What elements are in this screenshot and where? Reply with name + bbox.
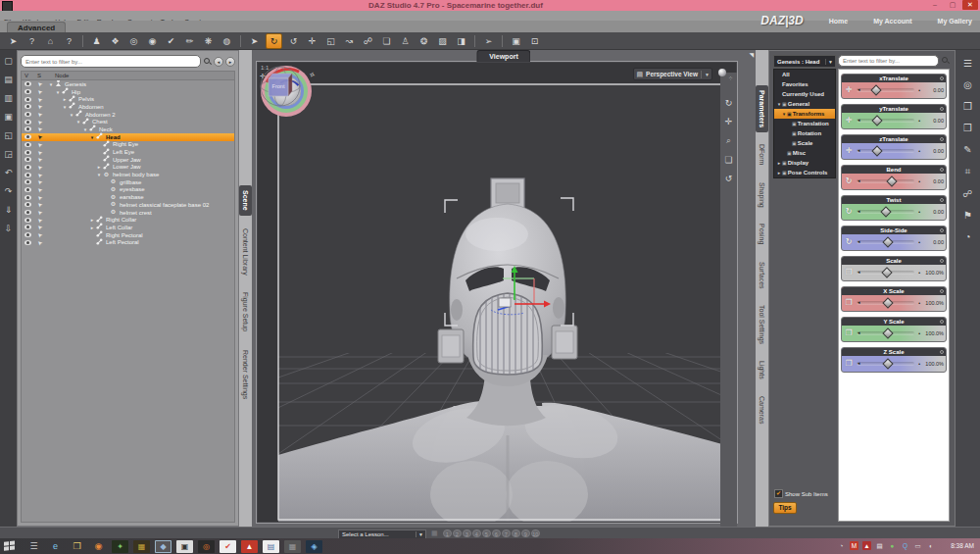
save-icon[interactable]: ▣ bbox=[4, 112, 13, 122]
lighting-preview-icon[interactable] bbox=[718, 69, 726, 76]
slider-thumb[interactable] bbox=[882, 297, 893, 308]
slider-value[interactable]: 0.00 bbox=[921, 148, 944, 154]
slider-thumb[interactable] bbox=[882, 327, 893, 338]
minimize-button[interactable]: – bbox=[927, 0, 943, 10]
visibility-eye-icon[interactable] bbox=[24, 157, 31, 162]
orange-app-icon[interactable]: ◎ bbox=[198, 540, 215, 553]
help-icon[interactable]: ? bbox=[24, 34, 39, 48]
slider-value[interactable]: 0.00 bbox=[921, 118, 944, 124]
slider-twist[interactable]: Twist↻◂•0.00 bbox=[841, 195, 947, 221]
next-filter-button[interactable]: ▸ bbox=[225, 57, 235, 67]
visibility-eye-icon[interactable] bbox=[24, 210, 31, 215]
tab-dform[interactable]: DForm bbox=[756, 139, 768, 170]
camera-settings-icon[interactable]: ⊡ bbox=[527, 34, 542, 48]
slider-side-side[interactable]: Side-Side↻◂•0.00 bbox=[841, 226, 947, 251]
slider-thumb[interactable] bbox=[880, 206, 891, 217]
viewport-tools-handle[interactable]: ⁘ bbox=[728, 75, 733, 81]
visibility-eye-icon[interactable] bbox=[24, 134, 31, 139]
pane-pin-icon[interactable]: ◥ bbox=[749, 51, 754, 58]
slider-xtranslate[interactable]: xTranslate✛◂•0.00 bbox=[841, 74, 947, 99]
brand-link-home[interactable]: Home bbox=[829, 18, 848, 25]
selection-pointer-icon[interactable]: ➤ bbox=[35, 237, 46, 248]
lesson-number-3[interactable]: 3 bbox=[463, 529, 471, 538]
tree-node-right-collar[interactable]: ➤▸Right Collar bbox=[22, 216, 234, 224]
edit-icon[interactable]: ✎ bbox=[963, 144, 971, 155]
scene-filter-input[interactable] bbox=[21, 55, 201, 68]
doc-tray-icon[interactable]: ▤ bbox=[875, 541, 884, 550]
visibility-eye-icon[interactable] bbox=[24, 187, 31, 192]
tree-node-abdomen[interactable]: ➤▾Abdomen bbox=[22, 103, 234, 111]
tree-node-lower-jaw[interactable]: ➤▸Lower Jaw bbox=[22, 164, 234, 172]
export-icon[interactable]: ◲ bbox=[4, 149, 13, 159]
tree-node-grillbase[interactable]: ➤⚙grillbase bbox=[22, 178, 234, 186]
view-selector[interactable]: ▤ Perspective View ▼ bbox=[633, 68, 712, 80]
slider-settings-icon[interactable] bbox=[940, 107, 944, 111]
params-filter-input[interactable] bbox=[838, 55, 939, 67]
import-icon[interactable]: ◱ bbox=[4, 130, 13, 140]
bone-tool-icon[interactable]: ☍ bbox=[361, 34, 375, 48]
duplicate-icon[interactable]: ❐ bbox=[963, 101, 972, 112]
context-help-icon[interactable]: ➤ bbox=[6, 34, 21, 48]
lesson-number-10[interactable]: 10 bbox=[531, 529, 540, 538]
reset-view-icon[interactable]: ↺ bbox=[725, 174, 733, 183]
render-camera-icon[interactable]: ▣ bbox=[509, 34, 523, 48]
tips-button[interactable]: Tips bbox=[773, 502, 797, 514]
paint-icon[interactable]: ✏ bbox=[182, 34, 197, 48]
slider-bend[interactable]: Bend↻◂•0.00 bbox=[841, 165, 947, 190]
help-pointer-icon[interactable]: ➢ bbox=[481, 34, 496, 48]
lesson-number-9[interactable]: 9 bbox=[521, 529, 530, 538]
slider-value[interactable]: 0.00 bbox=[921, 209, 944, 215]
record-icon[interactable]: ◎ bbox=[963, 79, 972, 90]
group-rotation[interactable]: ▣Rotation bbox=[774, 128, 835, 138]
group-misc[interactable]: ▣Misc bbox=[774, 148, 835, 158]
tree-node-eyesbase[interactable]: ➤⚙eyesbase bbox=[22, 186, 234, 194]
show-sub-items[interactable]: ✔ Show Sub Items bbox=[774, 489, 828, 498]
node-icon[interactable]: ◎ bbox=[126, 34, 141, 48]
open-file-icon[interactable]: ▤ bbox=[4, 75, 13, 84]
slider-value[interactable]: 100.0% bbox=[921, 330, 944, 336]
tree-node-head[interactable]: ➤▾Head bbox=[22, 133, 234, 141]
orbit-tool-icon[interactable]: ↺ bbox=[286, 34, 301, 48]
slider-ztranslate[interactable]: zTranslate✛◂•0.00 bbox=[841, 134, 947, 160]
info-icon[interactable]: ? bbox=[62, 34, 76, 48]
recent-files-icon[interactable]: ▥ bbox=[4, 93, 13, 103]
display-tray-icon[interactable]: ▭ bbox=[913, 541, 922, 550]
tab-viewport[interactable]: Viewport bbox=[476, 50, 530, 62]
node-selector[interactable]: Genesis : Head ▼ bbox=[773, 55, 836, 68]
slider-value[interactable]: 100.0% bbox=[921, 300, 944, 306]
tree-node-helmet-body-base[interactable]: ➤▾⚙helmet body base bbox=[22, 171, 234, 178]
slider-track[interactable] bbox=[857, 119, 914, 123]
slider-settings-icon[interactable] bbox=[940, 350, 944, 354]
slider-thumb[interactable] bbox=[870, 84, 881, 95]
prev-filter-button[interactable]: ◂ bbox=[214, 57, 223, 67]
group-transforms[interactable]: ▾▣Transforms bbox=[774, 109, 835, 119]
antivirus-icon[interactable]: ✔ bbox=[220, 540, 236, 553]
zoom-view-icon[interactable]: ⌕ bbox=[726, 135, 731, 146]
twist-tool-icon[interactable]: ↝ bbox=[342, 34, 357, 48]
taskbar-clock[interactable]: 8:38 AM bbox=[951, 538, 974, 554]
group-general[interactable]: ▾▣General bbox=[774, 99, 835, 109]
tab-cameras[interactable]: Cameras bbox=[756, 391, 768, 428]
maximize-button[interactable]: ▢ bbox=[945, 0, 960, 10]
visibility-eye-icon[interactable] bbox=[24, 240, 31, 245]
tree-node-left-eye[interactable]: ➤Left Eye bbox=[22, 148, 234, 156]
edit-mode-icon[interactable]: ▨ bbox=[435, 34, 450, 48]
tab-scene[interactable]: Scene bbox=[239, 185, 252, 216]
lesson-number-1[interactable]: 1 bbox=[443, 529, 452, 538]
slider-settings-icon[interactable] bbox=[940, 320, 944, 324]
file-explorer-icon[interactable]: ❒ bbox=[69, 540, 85, 553]
frame-view-icon[interactable]: ❏ bbox=[724, 155, 732, 165]
visibility-eye-icon[interactable] bbox=[24, 225, 31, 229]
slider-x-scale[interactable]: X Scale❐◂•100.0% bbox=[841, 286, 947, 312]
visibility-eye-icon[interactable] bbox=[24, 173, 31, 177]
slider-thumb[interactable] bbox=[882, 267, 893, 277]
green-app-icon[interactable]: ✦ bbox=[112, 540, 128, 553]
slider-settings-icon[interactable] bbox=[940, 289, 944, 293]
red-m-tray-icon[interactable]: M bbox=[850, 541, 858, 550]
tree-node-genesis[interactable]: ➤▾Genesis bbox=[22, 80, 234, 88]
tree-node-chest[interactable]: ➤▾Chest bbox=[22, 118, 234, 126]
visibility-eye-icon[interactable] bbox=[24, 142, 31, 147]
tab-content-library[interactable]: Content Library bbox=[239, 224, 252, 280]
slider-value[interactable]: 0.00 bbox=[921, 239, 944, 245]
visibility-eye-icon[interactable] bbox=[24, 165, 31, 170]
